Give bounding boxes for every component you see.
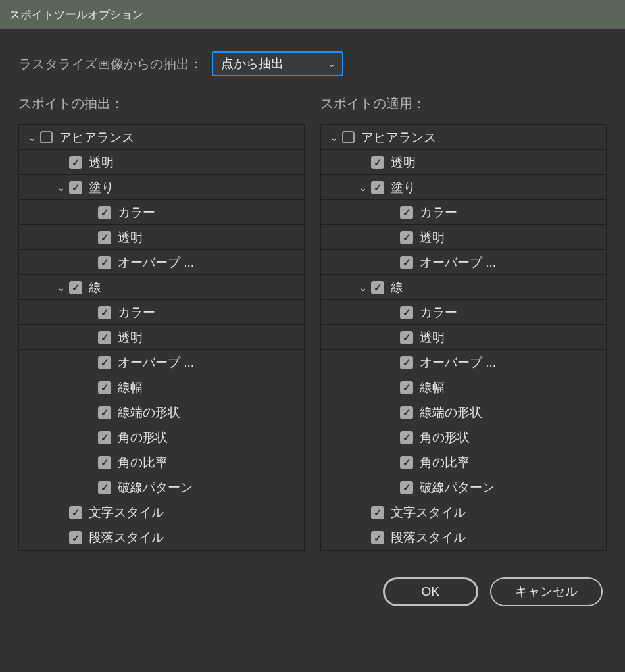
checkmark-icon: ✓: [101, 357, 109, 367]
checkbox[interactable]: ✓: [98, 206, 111, 219]
tree-row-label: 段落スタイル: [89, 529, 164, 546]
checkmark-icon: ✓: [403, 357, 411, 367]
checkbox[interactable]: ✓: [400, 481, 413, 494]
tree-row-label: アピアランス: [361, 129, 436, 146]
checkbox[interactable]: ✓: [400, 231, 413, 244]
checkmark-icon: ✓: [72, 533, 80, 543]
tree-row[interactable]: ✓段落スタイル: [19, 525, 304, 550]
checkbox[interactable]: ✓: [98, 356, 111, 369]
apply-tree: ⌄アピアランス✓透明⌄✓塗り✓カラー✓透明✓オーバープ ...⌄✓線✓カラー✓透…: [320, 124, 607, 551]
tree-row[interactable]: ✓オーバープ ...: [321, 250, 606, 275]
checkbox[interactable]: ✓: [400, 431, 413, 444]
tree-row-label: アピアランス: [59, 129, 134, 146]
tree-row[interactable]: ⌄✓塗り: [321, 175, 606, 200]
checkbox[interactable]: ✓: [400, 206, 413, 219]
tree-row[interactable]: ⌄アピアランス: [19, 125, 304, 150]
tree-row[interactable]: ✓透明: [19, 150, 304, 175]
tree-row[interactable]: ✓線幅: [19, 375, 304, 400]
checkbox[interactable]: ✓: [98, 256, 111, 269]
checkbox[interactable]: ✓: [371, 156, 384, 169]
tree-row[interactable]: ✓文字スタイル: [321, 500, 606, 525]
checkbox[interactable]: ✓: [69, 181, 82, 194]
raster-sample-select[interactable]: 点から抽出 ⌄: [212, 51, 343, 76]
checkbox[interactable]: ✓: [400, 331, 413, 344]
tree-row[interactable]: ✓角の形状: [321, 425, 606, 450]
tree-row[interactable]: ✓カラー: [321, 300, 606, 325]
checkbox[interactable]: [342, 131, 355, 143]
tree-row[interactable]: ⌄✓塗り: [19, 175, 304, 200]
dialog-title: スポイトツールオプション: [9, 7, 143, 22]
checkbox[interactable]: ✓: [400, 256, 413, 269]
tree-row[interactable]: ✓透明: [321, 225, 606, 250]
apply-column-header: スポイトの適用：: [320, 95, 607, 113]
checkbox[interactable]: ✓: [400, 406, 413, 419]
tree-row[interactable]: ✓カラー: [19, 300, 304, 325]
tree-row[interactable]: ✓透明: [321, 150, 606, 175]
tree-row[interactable]: ⌄✓線: [321, 275, 606, 300]
chevron-down-icon[interactable]: ⌄: [355, 182, 371, 193]
checkbox[interactable]: ✓: [69, 156, 82, 169]
tree-row[interactable]: ✓破線パターン: [321, 475, 606, 500]
tree-row[interactable]: ✓オーバープ ...: [19, 250, 304, 275]
checkmark-icon: ✓: [101, 207, 109, 217]
tree-row[interactable]: ✓透明: [321, 325, 606, 350]
checkbox[interactable]: [40, 131, 53, 143]
tree-row[interactable]: ✓角の比率: [19, 450, 304, 475]
cancel-button[interactable]: キャンセル: [490, 577, 603, 606]
tree-row[interactable]: ✓オーバープ ...: [321, 350, 606, 375]
chevron-down-icon[interactable]: ⌄: [355, 282, 371, 293]
checkbox[interactable]: ✓: [69, 506, 82, 519]
checkbox[interactable]: ✓: [400, 306, 413, 319]
checkbox[interactable]: ✓: [371, 181, 384, 194]
dialog-content: ラスタライズ画像からの抽出： 点から抽出 ⌄ スポイトの抽出： ⌄アピアランス✓…: [0, 29, 625, 606]
checkbox[interactable]: ✓: [98, 306, 111, 319]
checkmark-icon: ✓: [403, 257, 411, 267]
chevron-down-icon[interactable]: ⌄: [53, 182, 69, 193]
tree-row-label: 線幅: [118, 379, 143, 396]
tree-row[interactable]: ✓線端の形状: [321, 400, 606, 425]
tree-row[interactable]: ✓カラー: [19, 200, 304, 225]
chevron-down-icon[interactable]: ⌄: [24, 132, 40, 143]
checkbox[interactable]: ✓: [98, 231, 111, 244]
checkbox[interactable]: ✓: [371, 506, 384, 519]
tree-row[interactable]: ✓文字スタイル: [19, 500, 304, 525]
checkbox[interactable]: ✓: [98, 331, 111, 344]
tree-row[interactable]: ✓カラー: [321, 200, 606, 225]
checkbox[interactable]: ✓: [69, 531, 82, 544]
tree-row[interactable]: ✓オーバープ ...: [19, 350, 304, 375]
ok-button[interactable]: OK: [383, 577, 478, 606]
checkbox[interactable]: ✓: [98, 431, 111, 444]
tree-row-label: 角の比率: [118, 454, 168, 471]
checkbox[interactable]: ✓: [69, 281, 82, 294]
checkbox[interactable]: ✓: [371, 531, 384, 544]
chevron-down-icon[interactable]: ⌄: [53, 282, 69, 293]
tree-row[interactable]: ✓段落スタイル: [321, 525, 606, 550]
checkbox[interactable]: ✓: [400, 456, 413, 469]
tree-row[interactable]: ✓線幅: [321, 375, 606, 400]
tree-row-label: 透明: [118, 329, 143, 346]
checkbox[interactable]: ✓: [400, 381, 413, 394]
tree-row[interactable]: ✓線端の形状: [19, 400, 304, 425]
checkmark-icon: ✓: [101, 457, 109, 467]
checkmark-icon: ✓: [101, 382, 109, 392]
checkbox[interactable]: ✓: [98, 406, 111, 419]
checkbox[interactable]: ✓: [98, 381, 111, 394]
checkbox[interactable]: ✓: [98, 481, 111, 494]
tree-row[interactable]: ⌄✓線: [19, 275, 304, 300]
tree-row[interactable]: ✓透明: [19, 325, 304, 350]
checkbox[interactable]: ✓: [400, 356, 413, 369]
checkbox[interactable]: ✓: [371, 281, 384, 294]
tree-row[interactable]: ✓角の比率: [321, 450, 606, 475]
tree-row-label: オーバープ ...: [118, 354, 194, 371]
chevron-down-icon[interactable]: ⌄: [326, 132, 342, 143]
tree-row-label: 角の比率: [420, 454, 470, 471]
columns-wrapper: スポイトの抽出： ⌄アピアランス✓透明⌄✓塗り✓カラー✓透明✓オーバープ ...…: [18, 95, 607, 551]
tree-row[interactable]: ✓角の形状: [19, 425, 304, 450]
tree-row-label: 線: [391, 279, 403, 296]
tree-row[interactable]: ⌄アピアランス: [321, 125, 606, 150]
tree-row[interactable]: ✓透明: [19, 225, 304, 250]
tree-row-label: オーバープ ...: [420, 254, 496, 271]
tree-row-label: オーバープ ...: [118, 254, 194, 271]
tree-row[interactable]: ✓破線パターン: [19, 475, 304, 500]
checkbox[interactable]: ✓: [98, 456, 111, 469]
